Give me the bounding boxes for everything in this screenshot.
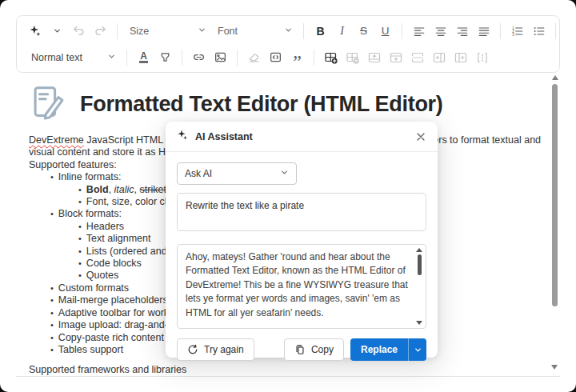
background-color-button[interactable]	[154, 47, 176, 68]
undo-icon	[72, 24, 86, 38]
scroll-down-arrow-icon[interactable]	[551, 365, 558, 370]
scroll-up-arrow-icon[interactable]	[552, 75, 558, 80]
toolbar-row-1: Size Font B I S U	[25, 18, 551, 44]
toolbar-separator	[126, 50, 127, 66]
italic-button[interactable]: I	[331, 21, 353, 42]
toolbar-separator	[314, 50, 314, 66]
response-scrollbar[interactable]	[414, 247, 424, 326]
align-right-button[interactable]	[451, 21, 473, 42]
toolbar-separator	[500, 23, 501, 39]
undo-button[interactable]	[68, 21, 90, 42]
chevron-down-icon	[414, 346, 422, 354]
close-icon	[415, 131, 426, 142]
bold-icon: B	[316, 25, 324, 38]
eraser-icon	[247, 50, 261, 64]
align-right-icon	[456, 25, 469, 38]
bold-button[interactable]: B	[310, 21, 331, 42]
dialog-title: AI Assistant	[195, 131, 409, 142]
scrollbar-thumb[interactable]	[418, 254, 422, 275]
intro-brand: DevExtreme	[29, 134, 84, 146]
toolbar-separator	[117, 23, 118, 39]
ai-assistant-dropdown-button[interactable]	[46, 21, 68, 42]
insert-row-below-button[interactable]	[385, 47, 406, 68]
toolbar-separator	[303, 23, 304, 39]
response-text: Ahoy, mateys! Gather 'round and hear abo…	[178, 245, 411, 328]
blockquote-button[interactable]: ”	[286, 47, 308, 68]
link-button[interactable]	[188, 47, 210, 68]
blockquote-icon: ”	[293, 50, 302, 65]
svg-text:3: 3	[512, 32, 514, 36]
scroll-up-arrow-icon[interactable]	[416, 248, 422, 252]
insert-table-button[interactable]	[320, 47, 342, 68]
font-select[interactable]: Font	[211, 21, 298, 42]
align-center-button[interactable]	[430, 21, 451, 42]
prompt-input[interactable]: Rewrite the text like a pirate	[177, 193, 426, 231]
ai-command-value: Ask AI	[185, 168, 212, 179]
align-left-icon	[413, 25, 426, 38]
dialog-header: AI Assistant	[166, 122, 438, 152]
editor-vertical-scrollbar[interactable]	[550, 74, 559, 373]
text-color-button[interactable]: A	[133, 47, 154, 68]
document-edit-icon	[32, 85, 66, 123]
delete-row-button[interactable]	[406, 47, 428, 68]
replace-dropdown-button[interactable]	[408, 338, 426, 361]
underline-button[interactable]: U	[374, 21, 396, 42]
chevron-down-icon	[284, 26, 293, 37]
dialog-body: Ask AI Rewrite the text like a pirate Ah…	[166, 152, 438, 329]
try-again-button[interactable]: Try again	[177, 338, 254, 361]
toolbar-separator	[402, 23, 402, 39]
replace-button[interactable]: Replace	[350, 338, 408, 361]
strikethrough-button[interactable]: S	[353, 21, 374, 42]
text-color-icon: A	[139, 51, 148, 63]
ordered-list-icon: 1 2 3	[511, 25, 524, 38]
toolbar-separator	[182, 50, 182, 66]
content-bottom-border	[16, 376, 560, 377]
ordered-list-button[interactable]: 1 2 3	[506, 21, 528, 42]
code-block-button[interactable]	[265, 47, 286, 68]
ai-assistant-button[interactable]	[25, 21, 46, 42]
ai-command-select[interactable]: Ask AI	[177, 162, 297, 185]
response-box[interactable]: Ahoy, mateys! Gather 'round and hear abo…	[177, 244, 426, 329]
clear-format-button[interactable]	[243, 47, 265, 68]
format-select-value: Normal text	[31, 52, 82, 63]
underline-icon: U	[382, 25, 390, 37]
redo-button[interactable]	[90, 21, 111, 42]
delete-table-button[interactable]	[342, 47, 363, 68]
align-center-icon	[434, 25, 447, 38]
chevron-down-icon	[107, 52, 116, 63]
insert-column-right-button[interactable]	[450, 47, 471, 68]
insert-column-left-button[interactable]	[428, 47, 450, 68]
align-justify-button[interactable]	[473, 21, 494, 42]
font-select-value: Font	[218, 26, 238, 37]
bullet-list-button[interactable]	[528, 21, 550, 42]
insert-row-above-icon	[367, 50, 382, 65]
image-button[interactable]	[210, 47, 231, 68]
italic-icon: I	[340, 25, 344, 38]
close-button[interactable]	[415, 131, 426, 142]
insert-row-above-button[interactable]	[363, 47, 385, 68]
insert-table-icon	[324, 50, 338, 65]
html-editor-window: Size Font B I S U	[0, 0, 576, 392]
size-select-value: Size	[130, 26, 149, 37]
ai-sparkles-icon	[177, 129, 189, 144]
ai-sparkles-icon	[29, 24, 42, 38]
scroll-down-arrow-icon[interactable]	[416, 321, 422, 325]
editor-toolbar: Size Font B I S U	[16, 15, 560, 73]
dialog-footer: Try again Copy Replace	[166, 329, 438, 372]
copy-button[interactable]: Copy	[284, 338, 344, 361]
size-select[interactable]: Size	[123, 21, 211, 42]
insert-row-below-icon	[389, 50, 403, 65]
strikethrough-icon: S	[360, 25, 367, 37]
document-heading: Formatted Text Editor (HTML Editor)	[32, 85, 548, 123]
ai-assistant-dialog: AI Assistant Ask AI Rewrite the text lik…	[166, 122, 438, 358]
delete-table-icon	[346, 50, 360, 65]
refresh-icon	[187, 344, 198, 355]
scrollbar-thumb[interactable]	[552, 84, 558, 306]
cell-properties-icon	[475, 50, 490, 65]
cell-properties-button[interactable]	[471, 47, 493, 68]
align-left-button[interactable]	[408, 21, 430, 42]
format-select[interactable]: Normal text	[25, 47, 121, 68]
document-title: Formatted Text Editor (HTML Editor)	[80, 92, 442, 117]
align-justify-icon	[478, 25, 490, 38]
redo-icon	[94, 24, 107, 38]
